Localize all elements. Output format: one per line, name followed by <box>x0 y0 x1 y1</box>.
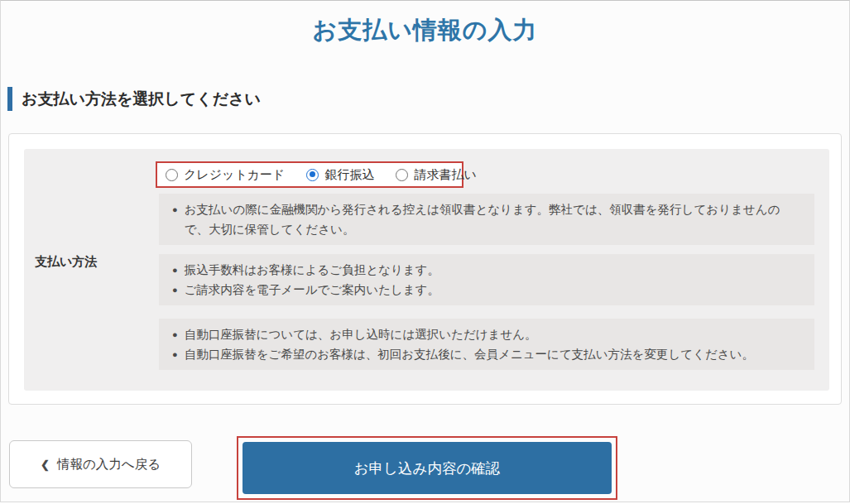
radio-option-invoice[interactable]: 請求書払い <box>396 167 476 183</box>
payment-method-row-label: 支払い方法 <box>35 254 97 270</box>
confirm-button[interactable]: お申し込み内容の確認 <box>243 442 612 494</box>
back-button[interactable]: ❮ 情報の入力へ戻る <box>9 440 192 488</box>
bullet-icon: ● <box>172 260 178 280</box>
page-title: お支払い情報の入力 <box>1 14 849 47</box>
note-box-direct-debit: ● 自動口座振替については、お申し込時には選択いただけません。 ● 自動口座振替… <box>159 319 814 370</box>
radio-option-label: 銀行振込 <box>324 167 374 183</box>
confirm-annotation-box: お申し込み内容の確認 <box>237 436 617 500</box>
bullet-icon: ● <box>172 199 178 239</box>
note-text: 自動口座振替をご希望のお客様は、初回お支払後に、会員メニューにて支払い方法を変更… <box>185 344 754 364</box>
note-item: ● ご請求内容を電子メールでご案内いたします。 <box>172 280 801 300</box>
payment-form-container: 支払い方法 クレジットカード 銀行振込 請求書払い ● お支払 <box>8 133 842 405</box>
bullet-icon: ● <box>172 344 178 364</box>
radio-option-bank-transfer[interactable]: 銀行振込 <box>306 167 374 183</box>
section-heading-text: お支払い方法を選択してください <box>12 89 261 110</box>
back-button-label: 情報の入力へ戻る <box>57 456 161 473</box>
bullet-icon: ● <box>172 280 178 300</box>
note-item: ● 振込手数料はお客様によるご負担となります。 <box>172 260 801 280</box>
radio-icon[interactable] <box>166 169 178 181</box>
payment-info-page: お支払い情報の入力 お支払い方法を選択してください 支払い方法 クレジットカード… <box>0 0 850 502</box>
note-box-fees: ● 振込手数料はお客様によるご負担となります。 ● ご請求内容を電子メールでご案… <box>159 254 814 305</box>
payment-method-radio-group: クレジットカード 銀行振込 請求書払い <box>156 161 463 188</box>
note-item: ● 自動口座振替については、お申し込時には選択いただけません。 <box>172 324 801 344</box>
note-box-receipt: ● お支払いの際に金融機関から発行される控えは領収書となります。弊社では、領収書… <box>159 194 814 245</box>
payment-method-panel: 支払い方法 クレジットカード 銀行振込 請求書払い ● お支払 <box>24 149 829 391</box>
radio-option-label: 請求書払い <box>414 167 476 183</box>
note-text: お支払いの際に金融機関から発行される控えは領収書となります。弊社では、領収書を発… <box>185 199 801 239</box>
note-text: 振込手数料はお客様によるご負担となります。 <box>185 260 439 280</box>
chevron-left-icon: ❮ <box>41 458 50 471</box>
section-heading: お支払い方法を選択してください <box>7 87 261 111</box>
note-item: ● お支払いの際に金融機関から発行される控えは領収書となります。弊社では、領収書… <box>172 199 801 239</box>
radio-option-credit-card[interactable]: クレジットカード <box>166 167 285 183</box>
note-item: ● 自動口座振替をご希望のお客様は、初回お支払後に、会員メニューにて支払い方法を… <box>172 344 801 364</box>
radio-icon[interactable] <box>306 169 319 181</box>
bullet-icon: ● <box>172 324 178 344</box>
radio-icon[interactable] <box>396 169 408 181</box>
note-text: 自動口座振替については、お申し込時には選択いただけません。 <box>185 324 537 344</box>
radio-option-label: クレジットカード <box>184 167 285 183</box>
note-text: ご請求内容を電子メールでご案内いたします。 <box>185 280 439 300</box>
